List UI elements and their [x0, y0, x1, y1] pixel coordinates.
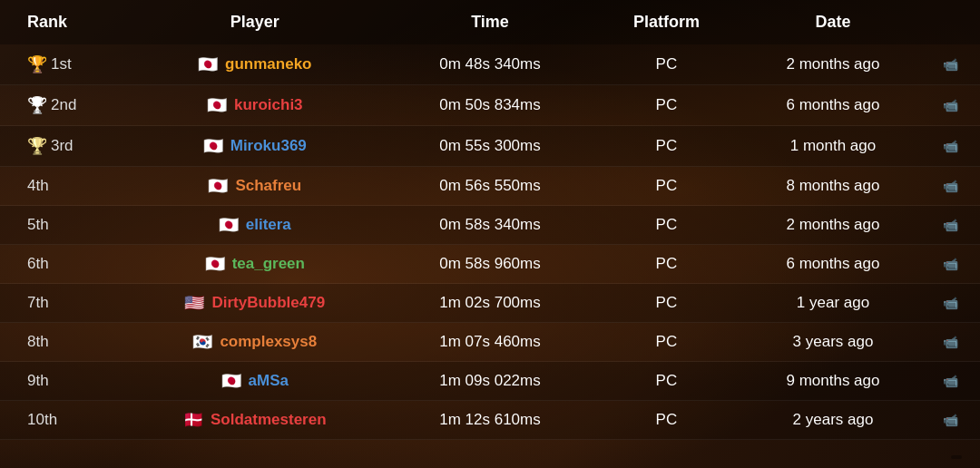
player-cell[interactable]: 🇰🇷complexsys8 — [118, 323, 392, 362]
video-icon[interactable]: 📹 — [943, 139, 958, 153]
video-cell[interactable]: 📹 — [921, 401, 980, 440]
rank-label: 3rd — [51, 137, 74, 155]
time-column-header: Time — [392, 0, 588, 44]
player-name[interactable]: gunmaneko — [225, 55, 311, 73]
trophy-icon: 🏆 — [27, 95, 47, 115]
trophy-icon: 🏆 — [27, 136, 47, 156]
player-cell[interactable]: 🇯🇵elitera — [118, 206, 392, 245]
video-cell[interactable]: 📹 — [921, 323, 980, 362]
country-flag: 🇯🇵 — [203, 138, 223, 154]
video-icon[interactable]: 📹 — [943, 179, 958, 193]
date-cell: 9 months ago — [745, 362, 921, 401]
player-name[interactable]: Schafreu — [235, 177, 301, 195]
country-flag: 🇺🇸 — [184, 295, 204, 311]
video-cell[interactable]: 📹 — [921, 167, 980, 206]
time-cell: 1m 09s 022ms — [392, 362, 588, 401]
player-name[interactable]: DirtyBubble479 — [211, 294, 325, 312]
video-cell[interactable]: 📹 — [921, 44, 980, 85]
video-icon[interactable]: 📹 — [943, 257, 958, 271]
rank-label: 2nd — [51, 96, 76, 114]
player-cell[interactable]: 🇯🇵aMSa — [118, 362, 392, 401]
video-cell[interactable]: 📹 — [921, 284, 980, 323]
platform-cell: PC — [588, 206, 745, 245]
table-row: 🏆3rd🇯🇵Miroku3690m 55s 300msPC1 month ago… — [0, 126, 980, 167]
player-cell[interactable]: 🇯🇵kuroichi3 — [118, 85, 392, 126]
player-name[interactable]: Miroku369 — [230, 137, 307, 155]
rank-label: 4th — [27, 177, 49, 195]
country-flag: 🇯🇵 — [198, 56, 218, 73]
video-icon[interactable]: 📹 — [943, 218, 958, 232]
time-cell: 0m 48s 340ms — [392, 44, 588, 85]
player-cell[interactable]: 🇩🇰Soldatmesteren — [118, 401, 392, 440]
leaderboard-table: Rank Player Time Platform Date 🏆1st🇯🇵gun… — [0, 0, 980, 440]
rank-column-header: Rank — [0, 0, 118, 44]
player-name[interactable]: Soldatmesteren — [211, 411, 327, 429]
table-row: 🏆1st🇯🇵gunmaneko0m 48s 340msPC2 months ag… — [0, 44, 980, 85]
watermark — [951, 455, 962, 459]
time-cell: 0m 58s 340ms — [392, 206, 588, 245]
date-cell: 8 months ago — [745, 167, 921, 206]
trophy-icon: 🏆 — [27, 54, 47, 74]
date-cell: 2 years ago — [745, 401, 921, 440]
rank-label: 10th — [27, 411, 57, 429]
date-column-header: Date — [745, 0, 921, 44]
table-body: 🏆1st🇯🇵gunmaneko0m 48s 340msPC2 months ag… — [0, 44, 980, 440]
video-icon[interactable]: 📹 — [943, 374, 958, 388]
rank-label: 8th — [27, 333, 49, 351]
player-name[interactable]: kuroichi3 — [234, 96, 303, 114]
rank-cell: 🏆3rd — [0, 126, 118, 167]
country-flag: 🇰🇷 — [192, 334, 212, 350]
video-icon[interactable]: 📹 — [943, 57, 958, 72]
time-cell: 1m 02s 700ms — [392, 284, 588, 323]
rank-cell: 5th — [0, 206, 118, 245]
platform-cell: PC — [588, 401, 745, 440]
time-cell: 0m 58s 960ms — [392, 245, 588, 284]
player-cell[interactable]: 🇯🇵tea_green — [118, 245, 392, 284]
date-cell: 2 months ago — [745, 206, 921, 245]
platform-cell: PC — [588, 323, 745, 362]
player-name[interactable]: elitera — [246, 216, 291, 234]
platform-cell: PC — [588, 362, 745, 401]
video-icon[interactable]: 📹 — [943, 98, 958, 112]
time-cell: 1m 07s 460ms — [392, 323, 588, 362]
video-cell[interactable]: 📹 — [921, 206, 980, 245]
time-cell: 0m 56s 550ms — [392, 167, 588, 206]
table-row: 9th🇯🇵aMSa1m 09s 022msPC9 months ago📹 — [0, 362, 980, 401]
player-cell[interactable]: 🇯🇵Schafreu — [118, 167, 392, 206]
video-cell[interactable]: 📹 — [921, 245, 980, 284]
player-name[interactable]: complexsys8 — [220, 333, 317, 351]
video-icon[interactable]: 📹 — [943, 335, 958, 349]
platform-cell: PC — [588, 44, 745, 85]
player-cell[interactable]: 🇯🇵gunmaneko — [118, 44, 392, 85]
player-name[interactable]: aMSa — [249, 372, 289, 390]
platform-cell: PC — [588, 126, 745, 167]
video-cell[interactable]: 📹 — [921, 85, 980, 126]
country-flag: 🇯🇵 — [208, 178, 228, 194]
rank-cell: 🏆1st — [0, 44, 118, 85]
table-row: 🏆2nd🇯🇵kuroichi30m 50s 834msPC6 months ag… — [0, 85, 980, 126]
platform-column-header: Platform — [588, 0, 745, 44]
date-cell: 6 months ago — [745, 245, 921, 284]
video-cell[interactable]: 📹 — [921, 362, 980, 401]
rank-cell: 6th — [0, 245, 118, 284]
country-flag: 🇯🇵 — [221, 373, 241, 389]
player-cell[interactable]: 🇺🇸DirtyBubble479 — [118, 284, 392, 323]
video-icon[interactable]: 📹 — [943, 296, 958, 310]
country-flag: 🇩🇰 — [183, 412, 203, 428]
video-cell[interactable]: 📹 — [921, 126, 980, 167]
table-row: 8th🇰🇷complexsys81m 07s 460msPC3 years ag… — [0, 323, 980, 362]
time-cell: 0m 55s 300ms — [392, 126, 588, 167]
player-cell[interactable]: 🇯🇵Miroku369 — [118, 126, 392, 167]
player-column-header: Player — [118, 0, 392, 44]
table-row: 5th🇯🇵elitera0m 58s 340msPC2 months ago📹 — [0, 206, 980, 245]
video-icon[interactable]: 📹 — [943, 413, 958, 427]
country-flag: 🇯🇵 — [207, 97, 227, 113]
platform-cell: PC — [588, 245, 745, 284]
platform-cell: PC — [588, 167, 745, 206]
table-row: 4th🇯🇵Schafreu0m 56s 550msPC8 months ago📹 — [0, 167, 980, 206]
leaderboard-table-container: Rank Player Time Platform Date 🏆1st🇯🇵gun… — [0, 0, 980, 468]
date-cell: 3 years ago — [745, 323, 921, 362]
player-name[interactable]: tea_green — [232, 255, 305, 273]
rank-cell: 🏆2nd — [0, 85, 118, 126]
rank-label: 6th — [27, 255, 49, 273]
